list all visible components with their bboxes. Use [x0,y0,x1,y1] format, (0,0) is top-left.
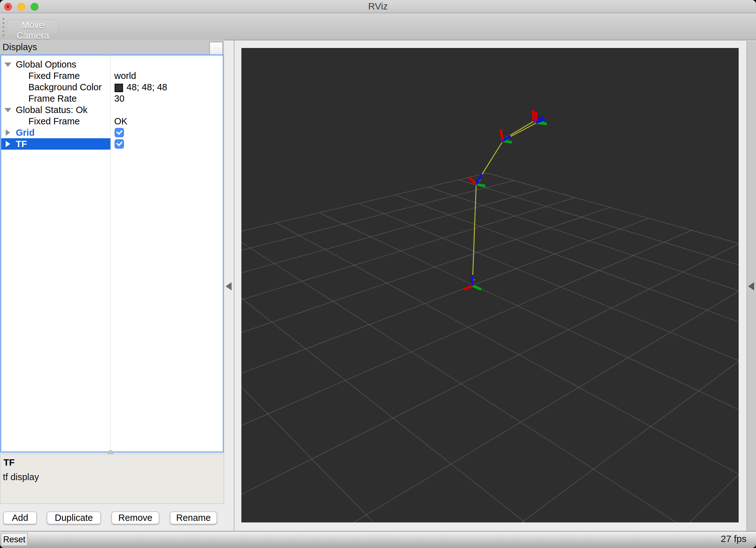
enabled-checkbox[interactable] [115,128,124,137]
display-description-box: TF tf display [0,454,224,504]
tree-row-background-color[interactable]: Background Color48; 48; 48 [1,81,223,93]
grid-line [276,223,739,474]
tree-row-label: Frame Rate [28,93,77,104]
grid-line [319,213,739,431]
triangle-icon [4,108,11,112]
tree-row-label: TF [16,138,27,150]
grid-line [261,258,739,522]
property-value[interactable]: 30 [114,93,124,104]
grid-line [487,173,739,295]
tf-link-line [473,186,476,279]
tf-scene [241,48,739,522]
tree-row-label: Global Options [16,59,76,70]
description-text: tf display [3,472,39,482]
grid-line [241,218,649,410]
collapse-right-panel-icon[interactable] [748,282,754,291]
expander-right-icon[interactable] [4,138,13,150]
grid-line [324,276,739,522]
window-title: RViz [0,0,756,13]
grid-line [241,260,528,522]
tf-y-axis-link1 [476,184,485,186]
fps-counter: 27 fps [721,533,747,544]
panel-splitter-line[interactable] [234,40,234,531]
tf-x-axis-wrist_a [533,110,534,121]
grid-line [410,295,739,522]
expander-down-icon[interactable] [4,59,13,70]
3d-viewport[interactable] [241,48,739,522]
displays-panel-title: Displays [3,40,37,54]
tf-x-axis-base [464,286,473,290]
expander-right-icon[interactable] [4,127,13,138]
displays-button-row: AddDuplicateRemoveRename [0,511,224,525]
tree-row-global-status-ok[interactable]: Global Status: Ok [1,104,223,115]
grid-line [241,207,610,374]
tree-row-fixed-frame[interactable]: Fixed FrameOK [1,115,223,127]
grid-line [241,244,739,509]
expander-down-icon[interactable] [4,104,13,115]
rename-display-button[interactable]: Rename [170,511,217,524]
move-camera-tool-button[interactable]: Move Camera [7,20,59,35]
tree-row-label: Grid [16,127,35,138]
grid-line [395,195,739,364]
rviz-window: RViz Move Camera Displays Global Options… [0,0,756,548]
panel-collapse-button[interactable] [209,42,223,55]
tf-z-axis-base [472,275,473,286]
tree-row-frame-rate[interactable]: Frame Rate30 [1,93,223,104]
tree-row-tf[interactable]: TF [1,138,223,150]
grid-line [241,276,410,522]
grid-line [241,173,487,276]
color-swatch[interactable] [115,84,123,92]
titlebar: RViz [0,0,756,13]
tf-y-axis-base [473,286,481,290]
tree-row-global-options[interactable]: Global Options [1,59,223,70]
reset-button[interactable]: Reset [1,533,28,546]
remove-display-button[interactable]: Remove [111,511,159,524]
triangle-icon [4,62,11,67]
triangle-icon [6,129,10,136]
tree-row-grid[interactable]: Grid [1,127,223,138]
property-value[interactable]: OK [114,115,127,127]
description-title: TF [3,457,15,468]
grid-line [241,230,692,454]
tf-x-axis-link2 [501,129,503,141]
tree-row-label: Fixed Frame [28,70,80,81]
grid-line [241,246,616,522]
tf-x-axis-wrist_b [536,112,536,122]
toolbar-drag-handle-icon[interactable] [3,18,5,36]
enabled-checkbox[interactable] [115,139,124,149]
toolbar: Move Camera [0,13,756,40]
tree-row-label: Global Status: Ok [16,104,87,115]
add-display-button[interactable]: Add [3,511,37,524]
collapse-left-panel-icon[interactable] [226,282,232,291]
tree-row-fixed-frame[interactable]: Fixed Frameworld [1,70,223,81]
tree-row-label: Background Color [28,81,102,93]
property-value[interactable]: world [114,70,136,81]
statusbar: Reset 27 fps [0,531,756,548]
displays-panel-header: Displays [0,40,224,54]
displays-tree: Global OptionsFixed FrameworldBackground… [0,54,224,453]
property-value[interactable]: 48; 48; 48 [127,81,167,93]
triangle-icon [6,141,10,147]
duplicate-display-button[interactable]: Duplicate [47,511,101,524]
grid-line [241,189,543,318]
grid-line [459,180,739,315]
grid-line [428,187,739,338]
tree-row-label: Fixed Frame [28,115,80,127]
